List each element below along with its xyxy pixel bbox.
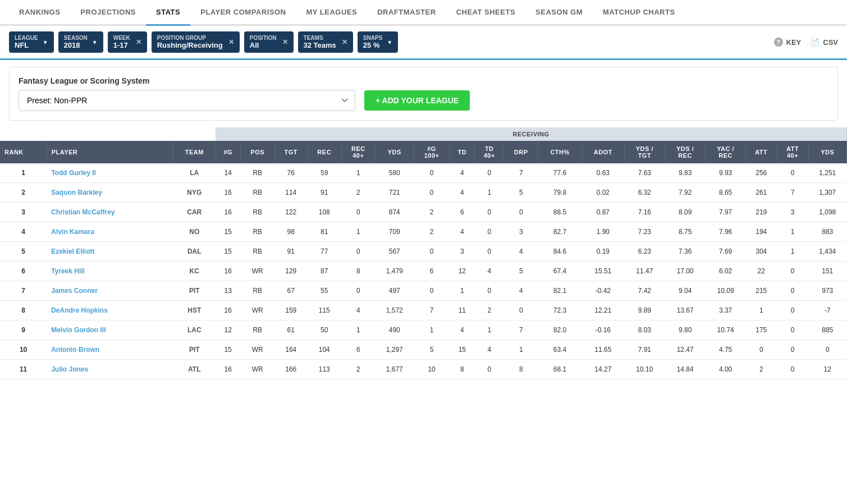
cell-yds: 1,677 <box>376 360 414 379</box>
col-drp[interactable]: DRP <box>504 141 538 163</box>
col-cth[interactable]: CTH% <box>538 141 582 163</box>
cell-att: 175 <box>745 320 777 340</box>
nav-item-rankings[interactable]: RANKINGS <box>9 0 70 26</box>
col-player[interactable]: PLAYER <box>47 141 173 163</box>
cell-drp: 4 <box>504 242 538 262</box>
add-league-button[interactable]: + ADD YOUR LEAGUE <box>364 90 470 111</box>
cell-rush-yds: 883 <box>808 222 847 242</box>
col-yds-rec[interactable]: YDS /REC <box>665 141 706 163</box>
cell-att: 22 <box>745 262 777 281</box>
col-att[interactable]: ATT <box>745 141 777 163</box>
nav-item-cheat-sheets[interactable]: CHEAT SHEETS <box>446 0 525 26</box>
player-link[interactable]: Julio Jones <box>51 365 88 373</box>
player-link[interactable]: Saquon Barkley <box>51 189 102 196</box>
cell-yds: 490 <box>376 320 414 340</box>
cell-rank: 11 <box>0 360 47 379</box>
cell-att: 2 <box>745 360 777 379</box>
week-filter[interactable]: WEEK 1-17 ✕ <box>108 31 147 53</box>
position-filter-label: POSITION <box>250 35 277 41</box>
col-tgt[interactable]: TGT <box>274 141 307 163</box>
player-link[interactable]: Antonio Brown <box>51 346 99 354</box>
cell-drp: 3 <box>504 222 538 242</box>
teams-filter[interactable]: TEAMS 32 Teams ✕ <box>298 31 353 53</box>
col-adot[interactable]: ADOT <box>582 141 624 163</box>
player-link[interactable]: Tyreek Hill <box>51 267 85 275</box>
player-link[interactable]: Melvin Gordon III <box>51 326 106 334</box>
cell-player: DeAndre Hopkins <box>47 301 173 320</box>
league-dropdown[interactable]: Preset: Non-PPR <box>19 90 355 111</box>
col-rec[interactable]: REC <box>307 141 341 163</box>
cell-att40: 0 <box>777 281 808 301</box>
player-link[interactable]: Christian McCaffrey <box>51 208 115 216</box>
receiving-section-header: RECEIVING <box>216 127 846 141</box>
col-g[interactable]: #G <box>216 141 240 163</box>
col-att40[interactable]: ATT40+ <box>777 141 808 163</box>
cell-pos: WR <box>240 360 274 379</box>
teams-filter-label: TEAMS <box>304 35 336 41</box>
col-pos[interactable]: POS <box>240 141 274 163</box>
season-filter-label: SEASON <box>64 35 88 41</box>
cell-yds-tgt: 7.63 <box>624 163 665 183</box>
nav-item-season-gm[interactable]: SEASON GM <box>525 0 593 26</box>
position-filter[interactable]: POSITION All ✕ <box>244 31 294 53</box>
cell-yac-rec: 4.75 <box>706 340 746 360</box>
cell-rec: 59 <box>307 163 341 183</box>
col-td[interactable]: TD <box>450 141 474 163</box>
cell-yds-tgt: 10.10 <box>624 360 665 379</box>
cell-td40: 1 <box>475 183 504 203</box>
col-rush-yds[interactable]: YDS <box>808 141 847 163</box>
cell-td40: 4 <box>475 340 504 360</box>
col-g100[interactable]: #G100+ <box>414 141 450 163</box>
position-group-filter-value: Rushing/Receiving <box>157 41 223 49</box>
cell-yds-tgt: 7.23 <box>624 222 665 242</box>
week-filter-close[interactable]: ✕ <box>136 38 141 46</box>
player-link[interactable]: Alvin Kamara <box>51 228 94 236</box>
cell-cth: 67.4 <box>538 262 582 281</box>
cell-team: KC <box>173 262 216 281</box>
nav-item-matchup-charts[interactable]: MATCHUP CHARTS <box>593 0 685 26</box>
snaps-filter[interactable]: SNAPS 25 % ▼ <box>358 31 398 53</box>
col-team[interactable]: TEAM <box>173 141 216 163</box>
cell-g100: 2 <box>414 222 450 242</box>
cell-team: NO <box>173 222 216 242</box>
player-link[interactable]: Todd Gurley II <box>51 169 96 177</box>
position-group-filter[interactable]: POSITION GROUP Rushing/Receiving ✕ <box>152 31 240 53</box>
nav-item-my-leagues[interactable]: MY LEAGUES <box>296 0 367 26</box>
league-filter[interactable]: LEAGUE NFL ▼ <box>9 31 54 53</box>
cell-g: 15 <box>216 222 240 242</box>
key-button[interactable]: ? KEY <box>774 38 802 47</box>
nav-item-draftmaster[interactable]: DRAFTMASTER <box>367 0 446 26</box>
cell-td: 4 <box>450 163 474 183</box>
player-link[interactable]: Ezekiel Elliott <box>51 248 94 255</box>
col-rec40[interactable]: REC40+ <box>341 141 376 163</box>
cell-td: 15 <box>450 340 474 360</box>
cell-td: 8 <box>450 360 474 379</box>
csv-button[interactable]: 📄 CSV <box>810 38 838 47</box>
teams-filter-close[interactable]: ✕ <box>342 38 347 46</box>
season-filter[interactable]: SEASON 2018 ▼ <box>58 31 103 53</box>
col-rank[interactable]: RANK <box>0 141 47 163</box>
col-td40[interactable]: TD40+ <box>475 141 504 163</box>
cell-rec: 113 <box>307 360 341 379</box>
cell-yds-rec: 9.04 <box>665 281 706 301</box>
col-yac-rec[interactable]: YAC /REC <box>706 141 746 163</box>
position-group-filter-close[interactable]: ✕ <box>228 38 234 46</box>
nav-item-player-comparison[interactable]: PLAYER COMPARISON <box>190 0 296 26</box>
cell-g100: 5 <box>414 340 450 360</box>
player-link[interactable]: James Conner <box>51 287 98 295</box>
cell-att40: 7 <box>777 183 808 203</box>
position-filter-close[interactable]: ✕ <box>282 38 288 46</box>
cell-yds-rec: 14.84 <box>665 360 706 379</box>
player-link[interactable]: DeAndre Hopkins <box>51 306 108 314</box>
col-yds-tgt[interactable]: YDS /TGT <box>624 141 665 163</box>
cell-cth: 82.7 <box>538 222 582 242</box>
nav-item-stats[interactable]: STATS <box>146 0 190 26</box>
cell-yds-rec: 8.75 <box>665 222 706 242</box>
cell-yds-tgt: 7.16 <box>624 203 665 222</box>
cell-rank: 5 <box>0 242 47 262</box>
nav-item-projections[interactable]: PROJECTIONS <box>70 0 146 26</box>
cell-rec40: 2 <box>341 183 376 203</box>
season-filter-arrow: ▼ <box>92 39 98 45</box>
col-yds[interactable]: YDS <box>376 141 414 163</box>
cell-player: Alvin Kamara <box>47 222 173 242</box>
